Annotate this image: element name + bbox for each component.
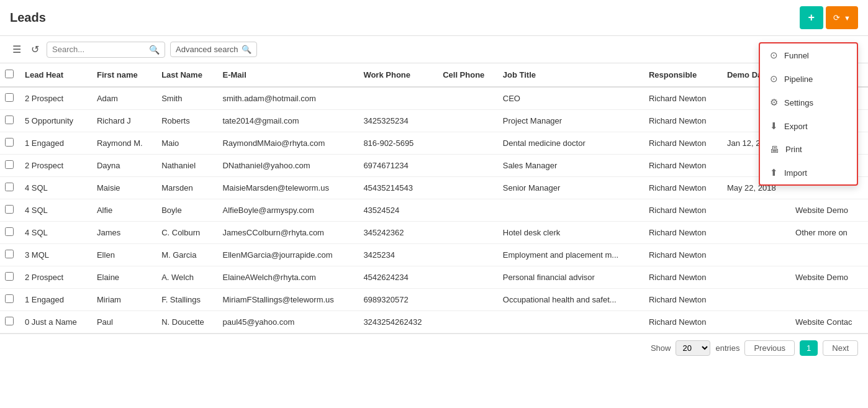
cell-first-name: James (92, 222, 156, 244)
cell-job-title: Occupational health and safet... (498, 289, 644, 311)
cell-job-title (498, 311, 644, 333)
col-work-phone[interactable]: Work Phone (358, 63, 438, 87)
table-row[interactable]: 1 Engaged Raymond M. Maio RaymondMMaio@r… (0, 132, 868, 155)
row-checkbox-4[interactable] (5, 183, 14, 191)
cell-email: paul45@yahoo.com (217, 311, 358, 333)
col-email[interactable]: E-Mail (217, 63, 358, 87)
cell-cell-phone (438, 155, 498, 177)
cell-job-title: Employment and placement m... (498, 244, 644, 266)
table-header-row: Lead Heat First name Last Name E-Mail Wo… (0, 63, 868, 87)
cell-work-phone: 4542624234 (358, 266, 438, 289)
row-checkbox-cell (0, 266, 20, 289)
dropdown-item-print[interactable]: 🖶Print (760, 138, 857, 161)
funnel-icon: ⊙ (770, 50, 778, 61)
table-row[interactable]: 2 Prospect Dayna Nathaniel DNathaniel@ya… (0, 155, 868, 177)
advanced-search-box[interactable]: Advanced search 🔍 (170, 42, 257, 57)
cell-responsible: Richard Newton (644, 244, 722, 266)
toolbar: ☰ ↺ 🔍 Advanced search 🔍 (0, 36, 868, 63)
cell-cell-phone (438, 266, 498, 289)
page-1-button[interactable]: 1 (800, 340, 818, 356)
cell-responsible: Richard Newton (644, 87, 722, 110)
dropdown-item-settings[interactable]: ⚙Settings (760, 91, 857, 114)
cell-work-phone: 45435214543 (358, 177, 438, 199)
row-checkbox-cell (0, 244, 20, 266)
cell-lead-heat: 4 SQL (20, 222, 92, 244)
cell-last-name: Maio (156, 132, 217, 155)
top-bar: Leads + ⟳ ▼ (0, 0, 868, 36)
print-label: Print (785, 145, 802, 154)
actions-arrow-icon: ▼ (844, 14, 851, 22)
cell-cell-phone (438, 244, 498, 266)
cell-email: JamesCColburn@rhyta.com (217, 222, 358, 244)
table-row[interactable]: 4 SQL James C. Colburn JamesCColburn@rhy… (0, 222, 868, 244)
cell-first-name: Richard J (92, 110, 156, 132)
prev-button[interactable]: Previous (744, 340, 795, 356)
table-row[interactable]: 0 Just a Name Paul N. Doucette paul45@ya… (0, 311, 868, 333)
row-checkbox-3[interactable] (5, 160, 14, 169)
row-checkbox-6[interactable] (5, 227, 14, 236)
select-all-header (0, 63, 20, 87)
table-row[interactable]: 4 SQL Maisie Marsden MaisieMarsden@telew… (0, 177, 868, 199)
dropdown-item-export[interactable]: ⬇Export (760, 114, 857, 138)
row-checkbox-7[interactable] (5, 250, 14, 258)
top-right-buttons: + ⟳ ▼ (800, 6, 858, 29)
col-responsible[interactable]: Responsible (644, 63, 722, 87)
select-all-checkbox[interactable] (5, 70, 14, 78)
row-checkbox-8[interactable] (5, 272, 14, 281)
next-button[interactable]: Next (823, 340, 858, 356)
row-checkbox-10[interactable] (5, 317, 14, 325)
cell-work-phone: 43524524 (358, 199, 438, 222)
table-row[interactable]: 1 Engaged Miriam F. Stallings MiriamFSta… (0, 289, 868, 311)
cell-responsible: Richard Newton (644, 289, 722, 311)
col-lead-heat[interactable]: Lead Heat (20, 63, 92, 87)
cell-last-name: Roberts (156, 110, 217, 132)
row-checkbox-2[interactable] (5, 138, 14, 147)
cell-demo-date (722, 244, 790, 266)
cell-work-phone (358, 87, 438, 110)
cell-last-name: Marsden (156, 177, 217, 199)
cell-email: AlfieBoyle@armyspy.com (217, 199, 358, 222)
cell-demo-date (722, 266, 790, 289)
table-row[interactable]: 4 SQL Alfie Boyle AlfieBoyle@armyspy.com… (0, 199, 868, 222)
cell-job-title: CEO (498, 87, 644, 110)
footer-bar: Show 20 50 100 entries Previous 1 Next (0, 333, 868, 362)
cell-lead-heat: 0 Just a Name (20, 311, 92, 333)
cell-first-name: Elaine (92, 266, 156, 289)
table-row[interactable]: 5 Opportunity Richard J Roberts tate2014… (0, 110, 868, 132)
table-container: Lead Heat First name Last Name E-Mail Wo… (0, 63, 868, 333)
cell-last-name: Boyle (156, 199, 217, 222)
actions-button[interactable]: ⟳ ▼ (826, 6, 858, 29)
row-checkbox-cell (0, 155, 20, 177)
entries-label: entries (715, 343, 739, 353)
settings-icon: ⚙ (770, 97, 778, 108)
row-checkbox-0[interactable] (5, 93, 14, 102)
menu-icon-button[interactable]: ☰ (10, 41, 24, 58)
table-row[interactable]: 2 Prospect Adam Smith smith.adam@hotmail… (0, 87, 868, 110)
dropdown-item-funnel[interactable]: ⊙Funnel (760, 43, 857, 67)
cell-last-name: N. Doucette (156, 311, 217, 333)
col-cell-phone[interactable]: Cell Phone (438, 63, 498, 87)
search-input[interactable] (52, 45, 145, 54)
entries-select[interactable]: 20 50 100 (676, 340, 710, 356)
refresh-icon-button[interactable]: ↺ (29, 41, 42, 58)
cell-job-title: Project Manager (498, 110, 644, 132)
funnel-label: Funnel (784, 51, 809, 60)
row-checkbox-5[interactable] (5, 205, 14, 214)
table-row[interactable]: 2 Prospect Elaine A. Welch ElaineAWelch@… (0, 266, 868, 289)
col-job-title[interactable]: Job Title (498, 63, 644, 87)
show-label: Show (651, 343, 671, 353)
row-checkbox-9[interactable] (5, 294, 14, 303)
dropdown-item-pipeline[interactable]: ⊙Pipeline (760, 67, 857, 91)
cell-registration: Website Demo (790, 266, 868, 289)
cell-lead-heat: 3 MQL (20, 244, 92, 266)
cell-cell-phone (438, 87, 498, 110)
table-body: 2 Prospect Adam Smith smith.adam@hotmail… (0, 87, 868, 333)
add-button[interactable]: + (800, 6, 824, 29)
col-last-name[interactable]: Last Name (156, 63, 217, 87)
row-checkbox-1[interactable] (5, 116, 14, 124)
dropdown-item-import[interactable]: ⬆Import (760, 161, 857, 184)
cell-email: DNathaniel@yahoo.com (217, 155, 358, 177)
table-row[interactable]: 3 MQL Ellen M. Garcia EllenMGarcia@jourr… (0, 244, 868, 266)
dropdown-menu: ⊙Funnel⊙Pipeline⚙Settings⬇Export🖶Print⬆I… (759, 42, 858, 186)
col-first-name[interactable]: First name (92, 63, 156, 87)
